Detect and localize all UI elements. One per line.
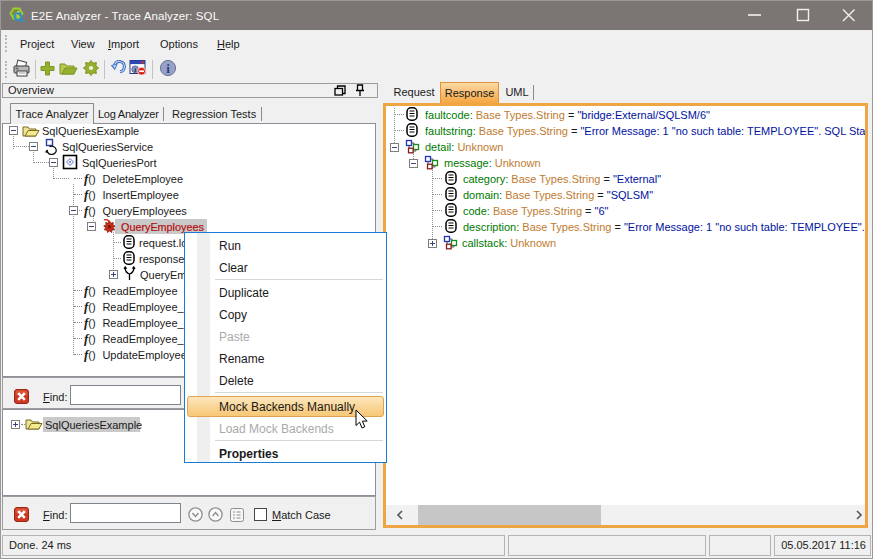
svg-text:i: i — [134, 66, 136, 74]
svg-text:i: i — [166, 61, 170, 76]
